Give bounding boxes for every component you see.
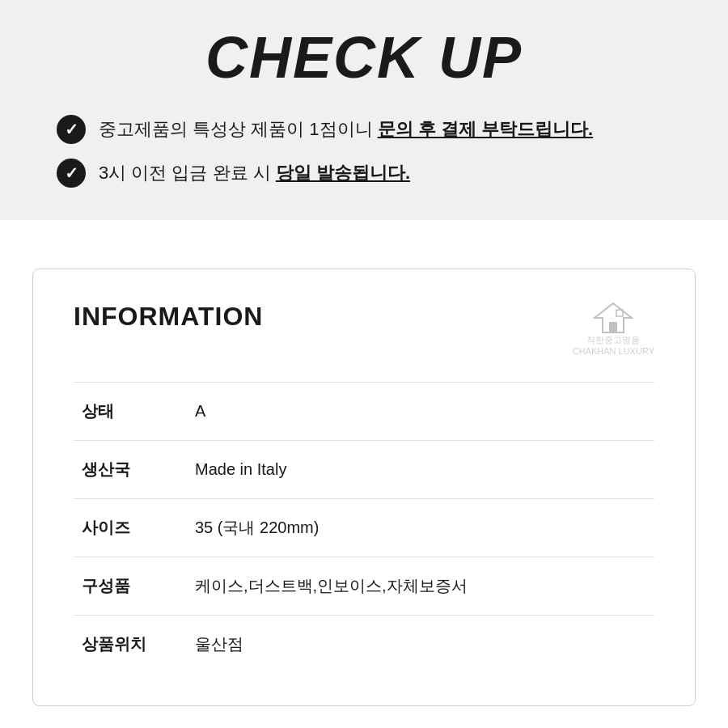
- check-text-2: 3시 이전 입금 완료 시 당일 발송됩니다.: [99, 161, 410, 186]
- check-item-1: 중고제품의 특성상 제품이 1점이니 문의 후 결제 부탁드립니다.: [57, 115, 671, 144]
- info-label-4: 상품위치: [74, 615, 171, 673]
- check-text-1: 중고제품의 특성상 제품이 1점이니 문의 후 결제 부탁드립니다.: [99, 117, 593, 142]
- info-header: INFORMATION 착한중고명품 CHAKHAN LUXURY: [74, 302, 654, 358]
- check-text-2-before: 3시 이전 입금 완료 시: [99, 163, 276, 183]
- check-item-2: 3시 이전 입금 완료 시 당일 발송됩니다.: [57, 159, 671, 188]
- check-icon-1: [57, 115, 86, 144]
- info-value-0: A: [171, 382, 654, 440]
- info-table-row: 생산국Made in Italy: [74, 440, 654, 498]
- check-text-1-before: 중고제품의 특성상 제품이 1점이니: [99, 119, 378, 139]
- brand-logo-text-line2: CHAKHAN LUXURY: [573, 345, 654, 357]
- info-table-row: 상품위치울산점: [74, 615, 654, 673]
- info-label-1: 생산국: [74, 440, 171, 498]
- main-title: CHECK UP: [49, 24, 679, 91]
- info-value-1: Made in Italy: [171, 440, 654, 498]
- brand-logo: 착한중고명품 CHAKHAN LUXURY: [573, 302, 654, 358]
- info-table-row: 구성품케이스,더스트백,인보이스,자체보증서: [74, 557, 654, 615]
- check-text-1-bold: 문의 후 결제 부탁드립니다.: [378, 119, 593, 139]
- info-label-0: 상태: [74, 382, 171, 440]
- brand-logo-text-line1: 착한중고명품: [586, 334, 640, 345]
- check-items-list: 중고제품의 특성상 제품이 1점이니 문의 후 결제 부탁드립니다. 3시 이전…: [49, 115, 679, 188]
- check-icon-2: [57, 159, 86, 188]
- information-section: INFORMATION 착한중고명품 CHAKHAN LUXURY 상태A생산국…: [32, 269, 696, 706]
- brand-logo-svg-icon: [593, 302, 633, 334]
- info-value-4: 울산점: [171, 615, 654, 673]
- header-section: CHECK UP 중고제품의 특성상 제품이 1점이니 문의 후 결제 부탁드립…: [0, 0, 728, 220]
- check-text-2-bold: 당일 발송됩니다.: [276, 163, 410, 183]
- info-table: 상태A생산국Made in Italy사이즈35 (국내 220mm)구성품케이…: [74, 382, 654, 673]
- info-table-row: 사이즈35 (국내 220mm): [74, 498, 654, 557]
- info-label-2: 사이즈: [74, 498, 171, 557]
- spacer: [0, 220, 728, 269]
- info-section-title: INFORMATION: [74, 302, 263, 332]
- info-value-2: 35 (국내 220mm): [171, 498, 654, 557]
- info-value-3: 케이스,더스트백,인보이스,자체보증서: [171, 557, 654, 615]
- svg-rect-1: [609, 322, 617, 332]
- info-table-row: 상태A: [74, 382, 654, 440]
- info-label-3: 구성품: [74, 557, 171, 615]
